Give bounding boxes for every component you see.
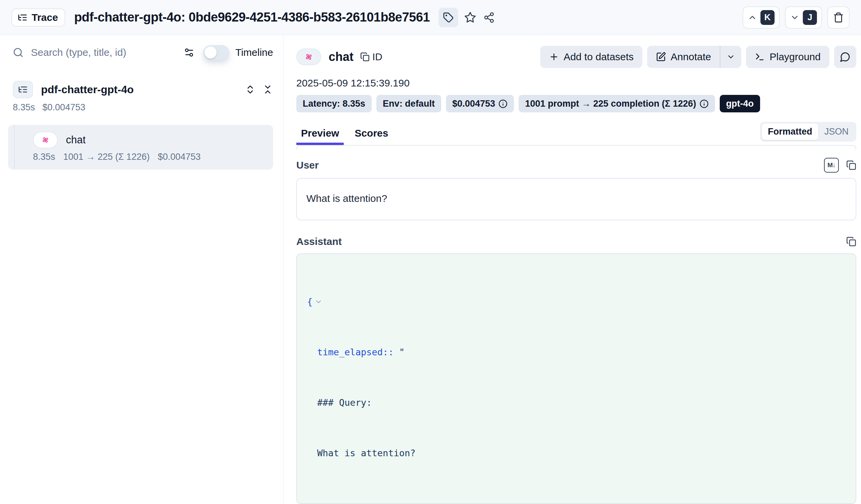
comments-button[interactable] xyxy=(834,46,856,68)
trace-badge-label: Trace xyxy=(32,12,58,23)
top-bar: Trace pdf-chatter-gpt-4o: 0bde9629-4251-… xyxy=(0,0,861,35)
user-message-content: What is attention? xyxy=(296,178,856,220)
code-key: time_elapsed:: xyxy=(317,346,394,359)
assistant-message-box: { time_elapsed:: " ### Query: What is at… xyxy=(296,253,856,504)
prev-trace-button[interactable]: K xyxy=(743,6,780,29)
observation-title: chat xyxy=(329,50,354,64)
format-toggle-json[interactable]: JSON xyxy=(818,123,855,140)
timeline-toggle-label: Timeline xyxy=(235,47,273,58)
trace-node-label: pdf-chatter-gpt-4o xyxy=(41,83,134,96)
generation-icon-chip xyxy=(296,49,321,65)
toggle-knob xyxy=(204,46,217,58)
format-toggle: Formatted JSON xyxy=(760,122,856,142)
preview-panel-top-border xyxy=(296,145,856,150)
add-to-datasets-button[interactable]: Add to datasets xyxy=(540,46,642,68)
tree-node-trace[interactable]: pdf-chatter-gpt-4o xyxy=(13,81,273,98)
code-line: time_elapsed:: " xyxy=(307,346,846,359)
copy-id-button[interactable]: ID xyxy=(360,51,382,63)
trace-duration: 8.35s xyxy=(13,102,35,113)
timeline-toggle[interactable] xyxy=(203,45,229,60)
chat-tokens: 1001 → 225 (Σ 1226) xyxy=(63,152,150,162)
code-key: { xyxy=(307,296,312,308)
chat-duration: 8.35s xyxy=(33,152,55,162)
code-text: " xyxy=(394,346,405,359)
star-icon xyxy=(464,11,476,24)
comment-bubble-icon xyxy=(840,52,850,62)
observation-badges: Latency: 8.35s Env: default $0.004753 10… xyxy=(296,95,856,112)
generation-pinwheel-icon xyxy=(303,52,314,62)
square-pen-icon xyxy=(656,52,666,62)
generation-pinwheel-icon xyxy=(40,135,51,145)
code-line: ### Query: xyxy=(307,396,846,409)
info-icon[interactable] xyxy=(498,99,507,108)
chat-node-label: chat xyxy=(66,134,86,146)
badge-label: $0.004753 xyxy=(452,99,495,109)
page-title: pdf-chatter-gpt-4o: 0bde9629-4251-4386-b… xyxy=(74,10,430,25)
tag-icon xyxy=(443,12,454,23)
terminal-icon xyxy=(755,52,765,62)
markdown-toggle-button[interactable]: M↓ xyxy=(824,158,839,173)
chat-cost: $0.004753 xyxy=(158,152,201,162)
metric-badge: Latency: 8.35s xyxy=(296,95,372,112)
annotate-label: Annotate xyxy=(671,51,711,63)
metric-badge: $0.004753 xyxy=(446,95,514,112)
id-label: ID xyxy=(372,51,382,63)
code-text xyxy=(307,497,312,504)
copy-icon xyxy=(360,52,370,62)
copy-user-content-button[interactable] xyxy=(846,160,856,170)
share-button[interactable] xyxy=(480,8,498,27)
search-icon xyxy=(13,47,24,58)
trace-cost: $0.004753 xyxy=(42,102,85,113)
code-text: What is attention? xyxy=(317,447,416,460)
playground-label: Playground xyxy=(769,51,821,63)
collapse-all-icon[interactable] xyxy=(262,84,273,95)
format-toggle-formatted[interactable]: Formatted xyxy=(762,123,818,140)
assistant-section-label: Assistant xyxy=(296,236,342,247)
code-line: What is attention? xyxy=(307,447,846,460)
observation-detail-panel: chat ID Add to datasets xyxy=(284,35,861,504)
share-icon xyxy=(483,12,495,23)
list-tree-icon xyxy=(18,84,28,95)
tab-preview[interactable]: Preview xyxy=(296,127,344,145)
trace-type-badge: Trace xyxy=(11,9,65,27)
trace-node-icon-chip xyxy=(13,81,33,98)
code-text: ### Query: xyxy=(317,396,372,409)
annotate-dropdown-button[interactable] xyxy=(721,46,741,68)
tree-node-chat-selected[interactable]: chat 8.35s 1001 → 225 (Σ 1226) $0.004753 xyxy=(8,125,273,169)
code-line xyxy=(307,497,846,504)
next-trace-button[interactable]: J xyxy=(785,6,822,29)
user-section-label: User xyxy=(296,160,319,171)
chevron-down-icon xyxy=(726,53,735,61)
trace-tree-sidebar: Timeline pdf-chatter-gpt-4o 8.35s $0.004… xyxy=(0,35,284,504)
add-to-datasets-label: Add to datasets xyxy=(564,51,634,63)
annotate-button[interactable]: Annotate xyxy=(647,46,720,68)
tags-button[interactable] xyxy=(439,8,458,27)
tab-scores[interactable]: Scores xyxy=(350,127,393,145)
generation-icon-chip xyxy=(33,132,58,148)
badge-label: Latency: 8.35s xyxy=(303,99,365,109)
info-icon[interactable] xyxy=(700,99,709,108)
assistant-code: { time_elapsed:: " ### Query: What is at… xyxy=(307,270,846,504)
collapse-chevron-icon[interactable] xyxy=(314,298,323,306)
metric-badge: 1001 prompt → 225 completion (Σ 1226) xyxy=(519,95,715,112)
trash-icon xyxy=(833,12,844,23)
badge-label: Env: default xyxy=(383,99,435,109)
metric-badge: Env: default xyxy=(377,95,441,112)
expand-all-icon[interactable] xyxy=(245,84,256,95)
plus-icon xyxy=(549,52,559,62)
playground-button[interactable]: Playground xyxy=(746,46,829,68)
delete-trace-button[interactable] xyxy=(828,6,850,29)
model-badge[interactable]: gpt-4o xyxy=(720,95,760,112)
keyboard-shortcut-k: K xyxy=(761,10,775,25)
list-tree-icon xyxy=(17,12,28,23)
observation-timestamp: 2025-05-09 12:15:39.190 xyxy=(296,77,856,89)
copy-assistant-content-button[interactable] xyxy=(846,236,856,247)
badge-label: 1001 prompt → 225 completion (Σ 1226) xyxy=(525,99,696,109)
filter-settings-icon[interactable] xyxy=(183,47,194,58)
search-input[interactable] xyxy=(31,47,180,58)
chevron-up-icon xyxy=(748,13,757,22)
chevron-down-icon xyxy=(790,13,800,22)
code-line: { xyxy=(307,296,846,308)
keyboard-shortcut-j: J xyxy=(803,10,817,25)
bookmark-star-button[interactable] xyxy=(461,8,480,27)
